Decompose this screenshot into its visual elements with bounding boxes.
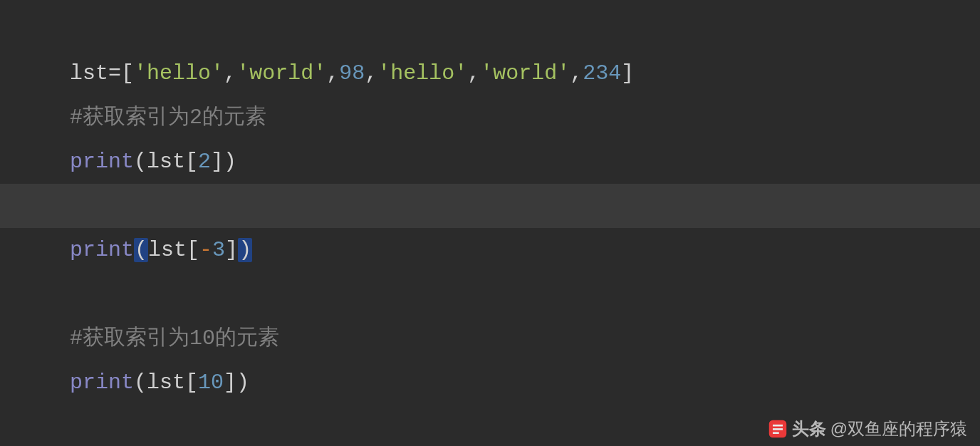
variable: lst [147, 370, 185, 395]
code-line-current[interactable]: print(lst[-3]) [0, 184, 980, 228]
code-line[interactable]: print(lst[2]) [0, 95, 980, 140]
code-line[interactable]: #获取索引为10的元素 [0, 272, 980, 316]
paren-open: ( [134, 370, 147, 395]
svg-rect-3 [773, 432, 779, 434]
code-line[interactable]: print(lst[10]) [0, 316, 980, 361]
svg-rect-2 [773, 428, 783, 430]
bracket-open: [ [185, 370, 198, 395]
watermark: 头条 @双鱼座的程序猿 [768, 418, 967, 440]
watermark-brand: 头条 [792, 418, 826, 440]
code-line[interactable]: #获取索引为2的元素 [0, 51, 980, 95]
code-line-blank[interactable] [0, 228, 980, 272]
svg-rect-1 [773, 425, 783, 427]
code-line[interactable]: lst=['hello','world',98,'hello','world',… [0, 7, 980, 51]
number-literal: 10 [198, 370, 224, 395]
bracket-close: ] [224, 370, 236, 395]
toutiao-logo-icon [768, 419, 788, 439]
code-editor[interactable]: lst=['hello','world',98,'hello','world',… [0, 0, 980, 361]
builtin-print: print [70, 370, 134, 395]
watermark-handle: @双鱼座的程序猿 [830, 418, 967, 440]
paren-close: ) [236, 370, 249, 395]
code-line[interactable]: #获取索引为-3的元素 [0, 140, 980, 184]
